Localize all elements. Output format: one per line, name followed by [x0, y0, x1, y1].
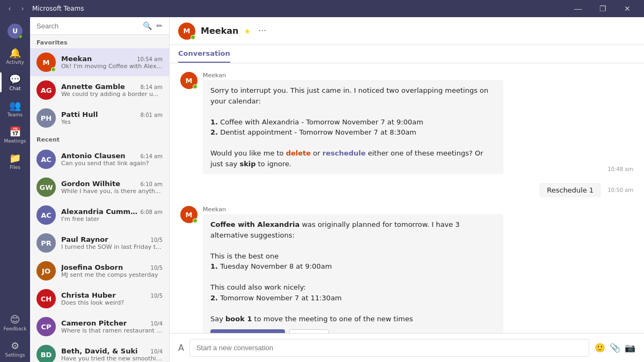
msg2-book-bold: book 1: [225, 315, 252, 323]
chat-contact-name: Meekan: [201, 26, 238, 36]
meet-icon[interactable]: 📷: [625, 343, 635, 353]
app-title: Microsoft Teams: [32, 5, 84, 12]
contact-name: Josefina Osborn: [61, 263, 123, 271]
contact-time: 10/4: [151, 321, 163, 327]
format-icon[interactable]: A: [178, 343, 184, 353]
search-icon[interactable]: 🔍: [143, 21, 152, 30]
favorite-star-icon[interactable]: ★: [244, 27, 251, 35]
minimize-button[interactable]: —: [566, 0, 590, 17]
msg2-item2-text: Tomorrow November 7 at 11:30am: [220, 294, 342, 302]
msg-sender-2: Meekan: [203, 206, 503, 213]
contact-item-antonio[interactable]: AC Antonio Clausen 6:14 am Can you send …: [30, 145, 169, 173]
sidebar-item-teams[interactable]: 👥 Teams: [0, 95, 30, 122]
compose-input[interactable]: [189, 339, 589, 357]
search-input[interactable]: [36, 22, 138, 30]
msg2-item2-num: 2.: [210, 294, 220, 302]
favorites-label: Favorites: [30, 35, 169, 48]
sidebar: U 🔔 Activity 💬 Chat 👥 Teams 📅 Meetings 📁…: [0, 17, 30, 362]
show-in-calendar-button[interactable]: Show in calendar: [210, 329, 285, 333]
msg2-book-post: to move the meeting to one of the new ti…: [252, 315, 413, 323]
sidebar-item-meetings[interactable]: 📅 Meetings: [0, 122, 30, 148]
contact-item-patti[interactable]: PH Patti Hull 8:01 am Yes: [30, 104, 169, 132]
reschedule-action-bubble[interactable]: Reschedule 1: [539, 183, 601, 197]
attach-icon[interactable]: 📎: [610, 343, 620, 353]
contact-time: 8:01 am: [140, 112, 163, 118]
files-icon: 📁: [9, 152, 21, 164]
files-label: Files: [10, 165, 20, 170]
message-row-1: M Meekan Sorry to interrupt you. This ju…: [180, 72, 633, 174]
chat-icon: 💬: [9, 73, 21, 85]
sidebar-item-feedback[interactable]: 😊 Feedback: [0, 309, 30, 336]
msg2-also-intro: This could also work nicely:: [210, 283, 306, 291]
contact-name: Beth, David, & Suki: [61, 347, 138, 355]
nav-buttons: ‹ ›: [4, 3, 28, 14]
close-button[interactable]: ✕: [615, 0, 640, 17]
contact-time: 8:14 am: [140, 84, 163, 90]
contact-item-beth[interactable]: BD Beth, David, & Suki 10/4 Have you tri…: [30, 341, 169, 362]
contact-preview: Where is that ramen restaurant yo...: [61, 327, 163, 334]
contact-item-josefina[interactable]: JO Josefina Osborn 10/5 MJ sent me the c…: [30, 257, 169, 285]
contact-item-annette[interactable]: AG Annette Gamble 8:14 am We could try a…: [30, 76, 169, 104]
forward-button[interactable]: ›: [17, 3, 28, 14]
msg1-item2-text: Dentist appointment - Tomorrow November …: [220, 128, 416, 136]
contact-item-alexandria[interactable]: AC Alexandria Cummings 6:08 am I'm free …: [30, 201, 169, 229]
chat-tabs: Conversation: [170, 45, 644, 63]
compose-icons: 🙂 📎 📷: [595, 343, 635, 353]
msg-bubble-wrap-1: Meekan Sorry to interrupt you. This just…: [203, 72, 503, 174]
contact-preview: Does this look weird?: [61, 299, 163, 306]
more-options-icon[interactable]: ···: [258, 26, 266, 36]
chat-label: Chat: [9, 86, 20, 91]
restore-button[interactable]: ❐: [590, 0, 615, 17]
msg1-line1: Sorry to interrupt you. This just came i…: [210, 86, 488, 105]
msg-online-dot: [193, 84, 197, 89]
contact-item-paul[interactable]: PR Paul Raynor 10/5 I turned the SOW in …: [30, 229, 169, 257]
contact-item-gordon[interactable]: GW Gordon Wilhite 6:10 am While I have y…: [30, 173, 169, 201]
contact-name: Annette Gamble: [61, 83, 125, 91]
cancel-button[interactable]: Cancel: [289, 329, 329, 333]
avatar-patti: PH: [36, 108, 56, 128]
settings-label: Settings: [5, 352, 25, 358]
avatar-cameron: CP: [36, 317, 56, 336]
contact-name: Meekan: [61, 55, 92, 63]
contact-time: 10:54 am: [137, 56, 163, 62]
contact-name: Antonio Clausen: [61, 152, 125, 160]
contact-info-annette: Annette Gamble 8:14 am We could try addi…: [61, 83, 163, 98]
contact-preview: I turned the SOW in last Friday t...: [61, 243, 163, 250]
window-controls: — ❐ ✕: [566, 0, 640, 17]
contact-item-cameron[interactable]: CP Cameron Pitcher 10/4 Where is that ra…: [30, 313, 169, 341]
msg-avatar-meekan-2: M: [180, 206, 197, 223]
msg-actions: Show in calendar Cancel: [210, 329, 496, 333]
msg1-reschedule: reschedule: [323, 149, 366, 157]
sidebar-item-user[interactable]: U: [0, 19, 30, 43]
msg-sender-1: Meekan: [203, 72, 503, 79]
sidebar-item-files[interactable]: 📁 Files: [0, 148, 30, 174]
sidebar-item-settings[interactable]: ⚙ Settings: [0, 336, 30, 362]
titlebar-left: ‹ › Microsoft Teams: [4, 3, 84, 14]
chat-contact-avatar: M: [178, 23, 195, 40]
msg-time-1: 10:48 am: [608, 166, 633, 172]
contact-item-meekan[interactable]: M Meekan 10:54 am Ok! I'm moving Coffee …: [30, 48, 169, 76]
contact-info-cameron: Cameron Pitcher 10/4 Where is that ramen…: [61, 319, 163, 334]
sidebar-item-chat[interactable]: 💬 Chat: [0, 69, 30, 95]
contact-preview: Yes: [61, 119, 163, 125]
contact-info-paul: Paul Raynor 10/5 I turned the SOW in las…: [61, 235, 163, 250]
msg2-title: Coffee with Alexandria: [210, 220, 299, 228]
msg-bubble-2: Coffee with Alexandria was originally pl…: [203, 214, 503, 333]
contact-preview: I'm free later: [61, 216, 163, 223]
chat-online-dot: [191, 35, 195, 40]
avatar-meekan: M: [36, 53, 56, 72]
avatar-beth: BD: [36, 345, 56, 362]
msg1-item1-num: 1.: [210, 118, 220, 126]
compose-bar: A 🙂 📎 📷: [170, 333, 644, 362]
contact-preview: While I have you, is there anyth...: [61, 188, 163, 195]
meetings-label: Meetings: [4, 138, 26, 144]
sidebar-item-activity[interactable]: 🔔 Activity: [0, 43, 30, 69]
contact-item-christa[interactable]: CH Christa Huber 10/5 Does this look wei…: [30, 285, 169, 313]
tab-conversation[interactable]: Conversation: [178, 45, 230, 63]
msg1-skip: skip: [239, 160, 255, 168]
emoji-icon[interactable]: 🙂: [595, 343, 605, 353]
contact-list: Favorites M Meekan 10:54 am Ok! I'm movi…: [30, 35, 169, 362]
back-button[interactable]: ‹: [4, 3, 15, 14]
compose-icon[interactable]: ✏: [156, 21, 163, 30]
feedback-label: Feedback: [4, 326, 27, 331]
